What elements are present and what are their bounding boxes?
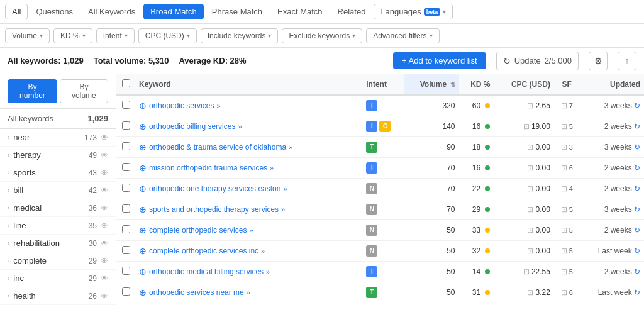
row-checkbox-cell[interactable] xyxy=(116,282,135,303)
row-checkbox[interactable] xyxy=(122,246,130,254)
by-number-button[interactable]: By number xyxy=(8,79,57,103)
serp-icon[interactable]: ⊡ xyxy=(523,267,530,276)
eye-icon[interactable]: 👁 xyxy=(101,169,108,177)
header-kd[interactable]: KD % xyxy=(459,74,494,95)
update-button[interactable]: ↻ Update 2/5,000 xyxy=(496,52,579,70)
keyword-link[interactable]: ⊕ complete orthopedic services inc » xyxy=(139,246,358,256)
refresh-icon[interactable]: ↻ xyxy=(634,247,640,255)
sidebar-item-medical[interactable]: › medical 36 👁 xyxy=(0,199,116,217)
eye-icon[interactable]: 👁 xyxy=(101,239,108,248)
add-to-keyword-list-button[interactable]: + Add to keyword list xyxy=(393,52,486,69)
serp-features-icon[interactable]: ⊡ xyxy=(561,267,567,276)
include-keywords-filter[interactable]: Include keywords ▾ xyxy=(201,28,279,43)
row-checkbox-cell[interactable] xyxy=(116,199,135,220)
keyword-link[interactable]: ⊕ sports and orthopedic therapy services… xyxy=(139,204,358,214)
row-checkbox[interactable] xyxy=(122,267,130,275)
row-checkbox[interactable] xyxy=(122,204,130,213)
volume-filter[interactable]: Volume ▾ xyxy=(5,28,50,43)
refresh-icon[interactable]: ↻ xyxy=(634,101,640,110)
serp-icon[interactable]: ⊡ xyxy=(527,101,533,110)
serp-icon[interactable]: ⊡ xyxy=(527,205,533,214)
kd-filter[interactable]: KD % ▾ xyxy=(53,28,92,43)
export-button[interactable]: ↑ xyxy=(618,52,636,70)
advanced-filters[interactable]: Advanced filters ▾ xyxy=(366,28,439,43)
keyword-link[interactable]: ⊕ orthopedic billing services » xyxy=(139,121,358,131)
sidebar-item-rehabilitation[interactable]: › rehabilitation 30 👁 xyxy=(0,235,116,252)
eye-icon[interactable]: 👁 xyxy=(101,274,108,283)
sidebar-item-sports[interactable]: › sports 43 👁 xyxy=(0,164,116,182)
keyword-link[interactable]: ⊕ orthopedic one therapy services easton… xyxy=(139,184,358,194)
tab-related[interactable]: Related xyxy=(331,4,373,19)
tab-broad-match[interactable]: Broad Match xyxy=(143,4,204,19)
serp-features-icon[interactable]: ⊡ xyxy=(561,247,567,255)
refresh-icon[interactable]: ↻ xyxy=(634,267,640,276)
serp-features-icon[interactable]: ⊡ xyxy=(561,288,567,297)
sidebar-item-inc[interactable]: › inc 29 👁 xyxy=(0,270,116,287)
serp-features-icon[interactable]: ⊡ xyxy=(561,205,567,214)
refresh-icon[interactable]: ↻ xyxy=(634,143,640,152)
eye-icon[interactable]: 👁 xyxy=(101,292,108,301)
row-checkbox-cell[interactable] xyxy=(116,158,135,179)
keyword-link[interactable]: ⊕ orthopedic medical billing services » xyxy=(139,267,358,277)
row-checkbox[interactable] xyxy=(122,163,130,171)
refresh-icon[interactable]: ↻ xyxy=(634,205,640,214)
header-cpc[interactable]: CPC (USD) xyxy=(494,74,553,95)
keyword-link[interactable]: ⊕ orthopedic services » xyxy=(139,101,358,111)
sidebar-item-complete[interactable]: › complete 29 👁 xyxy=(0,252,116,270)
eye-icon[interactable]: 👁 xyxy=(101,221,108,230)
serp-features-icon[interactable]: ⊡ xyxy=(561,143,567,152)
header-updated[interactable]: Updated xyxy=(580,74,644,95)
row-checkbox-cell[interactable] xyxy=(116,262,135,282)
serp-icon[interactable]: ⊡ xyxy=(527,226,533,235)
keyword-link[interactable]: ⊕ orthopedic services near me » xyxy=(139,287,358,297)
row-checkbox-cell[interactable] xyxy=(116,95,135,116)
refresh-icon[interactable]: ↻ xyxy=(634,288,640,297)
exclude-keywords-filter[interactable]: Exclude keywords ▾ xyxy=(282,28,362,43)
row-checkbox[interactable] xyxy=(122,142,130,150)
sidebar-item-near[interactable]: › near 173 👁 xyxy=(0,129,116,147)
serp-features-icon[interactable]: ⊡ xyxy=(561,164,567,172)
serp-features-icon[interactable]: ⊡ xyxy=(561,226,567,235)
serp-icon[interactable]: ⊡ xyxy=(527,184,533,193)
cpc-filter[interactable]: CPC (USD) ▾ xyxy=(138,28,197,43)
serp-icon[interactable]: ⊡ xyxy=(523,122,530,131)
keyword-link[interactable]: ⊕ complete orthopedic services » xyxy=(139,225,358,235)
tab-all[interactable]: All xyxy=(5,4,28,19)
row-checkbox-cell[interactable] xyxy=(116,241,135,262)
intent-filter[interactable]: Intent ▾ xyxy=(96,28,135,43)
row-checkbox-cell[interactable] xyxy=(116,116,135,137)
row-checkbox-cell[interactable] xyxy=(116,137,135,158)
row-checkbox-cell[interactable] xyxy=(116,179,135,199)
header-sf[interactable]: SF xyxy=(554,74,580,95)
tab-questions[interactable]: Questions xyxy=(29,4,80,19)
row-checkbox[interactable] xyxy=(122,184,130,192)
sidebar-item-bill[interactable]: › bill 42 👁 xyxy=(0,182,116,199)
eye-icon[interactable]: 👁 xyxy=(101,204,108,213)
serp-icon[interactable]: ⊡ xyxy=(527,164,533,172)
sidebar-item-line[interactable]: › line 35 👁 xyxy=(0,217,116,235)
refresh-icon[interactable]: ↻ xyxy=(634,226,640,235)
eye-icon[interactable]: 👁 xyxy=(101,257,108,265)
serp-icon[interactable]: ⊡ xyxy=(527,288,533,297)
language-button[interactable]: Languages beta ▾ xyxy=(374,4,453,19)
header-volume[interactable]: Volume ⇅ xyxy=(404,74,458,95)
serp-icon[interactable]: ⊡ xyxy=(527,247,533,255)
refresh-icon[interactable]: ↻ xyxy=(634,184,640,193)
eye-icon[interactable]: 👁 xyxy=(101,151,108,160)
tab-all-keywords[interactable]: All Keywords xyxy=(81,4,142,19)
keyword-link[interactable]: ⊕ orthopedic & trauma service of oklahom… xyxy=(139,142,358,152)
row-checkbox[interactable] xyxy=(122,287,130,296)
tab-phrase-match[interactable]: Phrase Match xyxy=(205,4,269,19)
header-keyword[interactable]: Keyword xyxy=(135,74,362,95)
refresh-icon[interactable]: ↻ xyxy=(634,122,640,131)
header-intent[interactable]: Intent xyxy=(362,74,404,95)
row-checkbox-cell[interactable] xyxy=(116,220,135,241)
serp-features-icon[interactable]: ⊡ xyxy=(561,184,567,193)
serp-icon[interactable]: ⊡ xyxy=(527,143,533,152)
refresh-icon[interactable]: ↻ xyxy=(634,164,640,172)
eye-icon[interactable]: 👁 xyxy=(101,186,108,195)
tab-exact-match[interactable]: Exact Match xyxy=(270,4,330,19)
row-checkbox[interactable] xyxy=(122,121,130,130)
serp-features-icon[interactable]: ⊡ xyxy=(561,101,567,110)
eye-icon[interactable]: 👁 xyxy=(101,133,108,142)
